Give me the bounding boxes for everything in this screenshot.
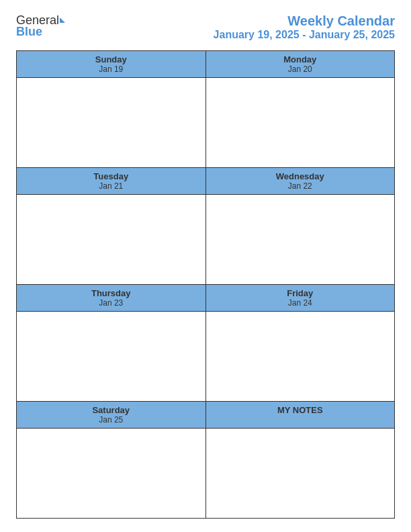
friday-content[interactable] xyxy=(206,312,395,401)
header-saturday-notes: Saturday Jan 25 MY NOTES xyxy=(17,402,394,429)
header-sunday: Sunday Jan 19 xyxy=(17,51,206,77)
row-tuesday-wednesday: Tuesday Jan 21 Wednesday Jan 22 xyxy=(17,167,394,284)
tuesday-name: Tuesday xyxy=(19,171,203,181)
friday-name: Friday xyxy=(209,288,392,298)
logo-triangle-icon xyxy=(60,17,65,23)
header-thursday-friday: Thursday Jan 23 Friday Jan 24 xyxy=(17,285,394,312)
content-saturday-notes xyxy=(17,429,394,518)
sunday-date: Jan 19 xyxy=(19,64,203,74)
header-wednesday: Wednesday Jan 22 xyxy=(206,168,395,194)
wednesday-content[interactable] xyxy=(206,195,395,284)
calendar-title: Weekly Calendar xyxy=(214,13,395,29)
header-friday: Friday Jan 24 xyxy=(206,285,395,311)
tuesday-content[interactable] xyxy=(17,195,206,284)
header-tuesday-wednesday: Tuesday Jan 21 Wednesday Jan 22 xyxy=(17,168,394,195)
content-thursday-friday xyxy=(17,312,394,401)
header-tuesday: Tuesday Jan 21 xyxy=(17,168,206,194)
thursday-content[interactable] xyxy=(17,312,206,401)
row-sunday-monday: Sunday Jan 19 Monday Jan 20 xyxy=(17,51,394,167)
content-sunday-monday xyxy=(17,78,394,167)
wednesday-name: Wednesday xyxy=(209,171,392,181)
calendar-grid: Sunday Jan 19 Monday Jan 20 Tuesday Jan … xyxy=(16,50,395,519)
monday-name: Monday xyxy=(209,54,392,64)
header-sunday-monday: Sunday Jan 19 Monday Jan 20 xyxy=(17,51,394,78)
thursday-date: Jan 23 xyxy=(19,298,203,308)
header-saturday: Saturday Jan 25 xyxy=(17,402,206,428)
header-notes: MY NOTES xyxy=(206,402,395,428)
wednesday-date: Jan 22 xyxy=(209,181,392,191)
calendar-date-range: January 19, 2025 - January 25, 2025 xyxy=(214,29,395,41)
thursday-name: Thursday xyxy=(19,288,203,298)
saturday-name: Saturday xyxy=(19,405,203,415)
sunday-name: Sunday xyxy=(19,54,203,64)
calendar-title-area: Weekly Calendar January 19, 2025 - Janua… xyxy=(214,13,395,41)
notes-content[interactable] xyxy=(206,429,395,518)
page: General Blue Weekly Calendar January 19,… xyxy=(0,0,411,532)
logo-blue-text: Blue xyxy=(16,25,42,39)
logo-area: General Blue xyxy=(16,13,65,39)
monday-content[interactable] xyxy=(206,78,395,167)
header: General Blue Weekly Calendar January 19,… xyxy=(16,13,395,41)
header-thursday: Thursday Jan 23 xyxy=(17,285,206,311)
sunday-content[interactable] xyxy=(17,78,206,167)
monday-date: Jan 20 xyxy=(209,64,392,74)
header-monday: Monday Jan 20 xyxy=(206,51,395,77)
content-tuesday-wednesday xyxy=(17,195,394,284)
row-thursday-friday: Thursday Jan 23 Friday Jan 24 xyxy=(17,284,394,401)
tuesday-date: Jan 21 xyxy=(19,181,203,191)
friday-date: Jan 24 xyxy=(209,298,392,308)
saturday-date: Jan 25 xyxy=(19,415,203,425)
saturday-content[interactable] xyxy=(17,429,206,518)
notes-label: MY NOTES xyxy=(209,405,392,415)
row-saturday-notes: Saturday Jan 25 MY NOTES xyxy=(17,401,394,518)
